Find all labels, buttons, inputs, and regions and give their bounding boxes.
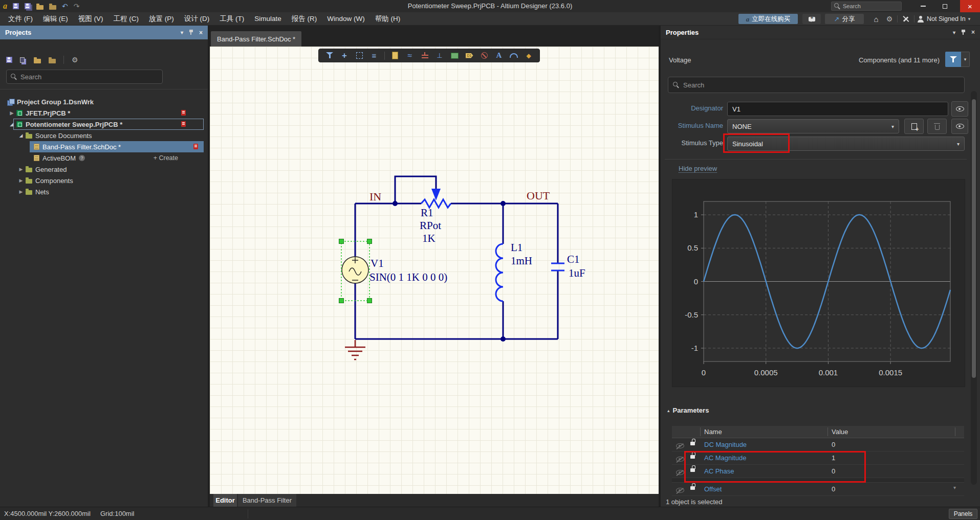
close-icon[interactable]: × — [199, 29, 203, 36]
menu-help[interactable]: 帮助 (H) — [370, 12, 406, 26]
capacitor-c1[interactable] — [551, 263, 564, 270]
save-project-icon[interactable] — [6, 57, 12, 63]
redo-icon[interactable]: ↷ — [74, 2, 80, 10]
pin-icon[interactable] — [189, 30, 193, 35]
value-column-header[interactable]: Value — [832, 426, 848, 438]
unlock-icon[interactable] — [690, 442, 695, 445]
open-icon[interactable] — [36, 5, 43, 10]
panels-button[interactable]: Panels — [949, 509, 977, 519]
maximize-button[interactable] — [938, 0, 952, 12]
menu-place[interactable]: 放置 (P) — [144, 12, 179, 26]
unlock-icon[interactable] — [690, 486, 695, 490]
settings-icon[interactable]: ⚙ — [72, 56, 78, 63]
ground-symbol[interactable] — [345, 340, 365, 359]
inductor-l1[interactable] — [496, 244, 503, 301]
expand-icon[interactable]: ▶ — [9, 110, 14, 116]
eye-slash-icon[interactable] — [676, 443, 684, 448]
scroll-down-icon[interactable]: ▾ — [953, 485, 956, 490]
open-project-icon[interactable] — [34, 59, 41, 63]
close-icon[interactable]: × — [971, 29, 975, 36]
eye-slash-icon[interactable] — [676, 470, 684, 475]
menu-view[interactable]: 视图 (V) — [73, 12, 108, 26]
scope-filter-button[interactable] — [945, 52, 961, 67]
v1-model-label[interactable]: SIN(0 1 1K 0 0 0) — [369, 271, 447, 283]
hide-preview-link[interactable]: Hide preview — [679, 165, 717, 173]
projects-search-box[interactable] — [6, 70, 163, 84]
designator-input[interactable] — [727, 102, 948, 116]
save-all-icon[interactable] — [25, 3, 31, 9]
schematic-sheet[interactable]: IN OUT R1 RPot 1K V1 SIN(0 1 1K 0 0 0) L… — [210, 47, 659, 494]
selection-handle[interactable] — [367, 299, 372, 303]
param-row-offset[interactable]: Offset 0 — [672, 483, 964, 496]
comment-button[interactable] — [802, 14, 821, 24]
global-search-box[interactable]: Search — [831, 2, 902, 11]
tree-item-nets[interactable]: ▶ Nets — [0, 186, 208, 197]
properties-search-input[interactable] — [683, 81, 960, 89]
tree-item-components[interactable]: ▶ Components — [0, 175, 208, 186]
r1-comment-label[interactable]: RPot — [420, 219, 441, 232]
tree-item-bandpass-schdoc[interactable]: Band-Pass Filter.SchDoc * — [0, 141, 208, 152]
menu-simulate[interactable]: Simulate — [249, 12, 287, 26]
unlock-icon[interactable] — [690, 468, 695, 472]
panel-menu-icon[interactable]: ▾ — [181, 30, 183, 35]
net-label-in[interactable]: IN — [369, 190, 381, 203]
add-stimulus-button[interactable] — [904, 119, 924, 134]
settings-button[interactable]: ⚙ — [883, 14, 896, 24]
pin-icon[interactable] — [961, 30, 966, 35]
create-link[interactable]: + Create — [148, 154, 178, 162]
name-column-header[interactable]: Name — [704, 426, 722, 438]
eye-slash-icon[interactable] — [676, 488, 684, 493]
c1-designator-label[interactable]: C1 — [567, 253, 580, 265]
close-button[interactable]: × — [960, 0, 980, 12]
expand-icon[interactable]: ▶ — [18, 189, 24, 194]
tree-item-source-documents[interactable]: ◢ Source Documents — [0, 130, 208, 141]
menu-reports[interactable]: 报告 (R) — [287, 12, 322, 26]
tree-item-project-group[interactable]: Project Group 1.DsnWrk — [0, 96, 208, 107]
v1-source[interactable] — [342, 257, 368, 283]
annotate-button[interactable] — [900, 14, 912, 24]
stimulus-visibility-button[interactable] — [951, 119, 968, 134]
help-icon[interactable]: ? — [79, 155, 85, 161]
buy-online-button[interactable]: a 立即在线购买 — [738, 14, 798, 24]
tree-item-activebom[interactable]: ActiveBOM ? + Create — [0, 152, 208, 164]
open-document-icon[interactable] — [49, 5, 56, 10]
param-row-ac-magnitude[interactable]: AC Magnitude 1 — [672, 451, 964, 465]
properties-search-box[interactable] — [668, 77, 965, 93]
eye-slash-icon[interactable] — [676, 457, 684, 462]
minimize-button[interactable] — [916, 0, 930, 12]
net-label-out[interactable]: OUT — [527, 189, 550, 202]
sign-in-menu[interactable]: Not Signed In ▾ — [917, 14, 977, 24]
menu-edit[interactable]: 编辑 (E) — [38, 12, 73, 26]
compile-icon[interactable] — [20, 57, 25, 63]
home-button[interactable]: ⌂ — [870, 14, 882, 24]
l1-designator-label[interactable]: L1 — [511, 241, 522, 254]
c1-value-label[interactable]: 1uF — [569, 267, 585, 279]
share-button[interactable]: ↗ 分享 — [825, 14, 864, 24]
param-row-ac-phase[interactable]: AC Phase 0 — [672, 465, 964, 478]
menu-file[interactable]: 文件 (F) — [3, 12, 38, 26]
properties-scrollbar[interactable] — [971, 91, 977, 485]
r1-value-label[interactable]: 1K — [422, 232, 435, 244]
collapse-icon[interactable]: ◢ — [18, 133, 24, 138]
save-icon[interactable] — [13, 3, 19, 9]
document-tab[interactable]: Band-Pass Filter.SchDoc * — [211, 31, 301, 47]
parameters-section-header[interactable]: ▴ Parameters — [667, 406, 709, 414]
schematic-canvas[interactable]: IN OUT R1 RPot 1K V1 SIN(0 1 1K 0 0 0) L… — [210, 47, 659, 494]
tree-item-generated[interactable]: ▶ Generated — [0, 164, 208, 175]
scope-filter-dropdown[interactable]: ▾ — [961, 52, 970, 67]
menu-tools[interactable]: 工具 (T) — [214, 12, 249, 26]
expand-icon[interactable]: ▶ — [18, 167, 24, 172]
projects-search-input[interactable] — [20, 73, 158, 81]
menu-design[interactable]: 设计 (D) — [179, 12, 215, 26]
stimulus-type-dropdown[interactable]: Sinusoidal ▾ — [727, 137, 965, 151]
panel-menu-icon[interactable]: ▾ — [953, 30, 955, 35]
project-options-icon[interactable] — [49, 59, 56, 63]
param-row-dc-magnitude[interactable]: DC Magnitude 0 — [672, 438, 964, 451]
r1-designator-label[interactable]: R1 — [421, 207, 433, 219]
tab-band-pass-filter[interactable]: Band-Pass Filter — [238, 494, 296, 507]
potentiometer-r1[interactable] — [421, 189, 451, 208]
designator-visibility-button[interactable] — [951, 101, 968, 117]
menu-window[interactable]: Window (W) — [322, 12, 370, 26]
selection-handle[interactable] — [367, 239, 372, 244]
stimulus-name-dropdown[interactable]: NONE ▾ — [727, 119, 899, 133]
